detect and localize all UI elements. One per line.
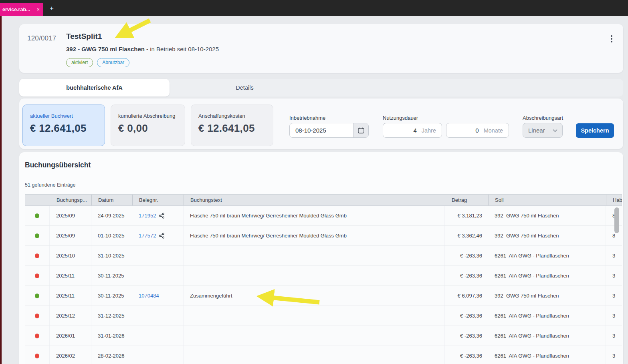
table-scrollbar-thumb[interactable] bbox=[614, 207, 619, 233]
document-number-cell bbox=[132, 346, 184, 364]
column-header-status[interactable] bbox=[25, 195, 50, 205]
table-row[interactable]: 2026/0131-01-2026€ -263,366261 AfA GWG -… bbox=[25, 326, 622, 346]
debit-account-cell: 392 GWG 750 ml Flaschen bbox=[488, 226, 606, 245]
asset-header-card: 120/0017 TestSplit1 392 - GWG 750 ml Fla… bbox=[19, 24, 623, 73]
commissioning-label: Inbetriebnahme bbox=[289, 115, 325, 121]
metric-accumulated-depreciation: kumulierte Abschreibung € 0,00 bbox=[111, 105, 185, 146]
browser-tab-active[interactable]: ervice.rab... × bbox=[0, 3, 43, 16]
booking-period-cell: 2026/02 bbox=[50, 346, 91, 364]
booking-date-cell: 24-09-2025 bbox=[91, 206, 132, 225]
credit-account-cell: 8 bbox=[606, 226, 622, 245]
tab-buchhalterische-afa[interactable]: buchhalterische AfA bbox=[19, 79, 170, 97]
column-header-amount[interactable]: Betrag bbox=[445, 195, 489, 205]
column-header-docno[interactable]: Belegnr. bbox=[133, 195, 184, 205]
booking-date-cell: 31-01-2026 bbox=[91, 326, 132, 346]
status-dot-green bbox=[35, 213, 39, 218]
metric-label: Anschaffungskosten bbox=[198, 113, 266, 119]
bookings-title: Buchungsübersicht bbox=[25, 161, 91, 169]
credit-account-cell: 3 bbox=[606, 266, 622, 286]
metric-value: € 0,00 bbox=[118, 122, 178, 135]
metric-label: aktueller Buchwert bbox=[30, 113, 97, 119]
asset-subtitle-account: 392 - GWG 750 ml Flaschen - bbox=[66, 46, 148, 52]
debit-account-cell: 6261 AfA GWG - Pfandflaschen bbox=[488, 346, 606, 364]
status-dot-green bbox=[35, 233, 39, 238]
column-header-date[interactable]: Datum bbox=[92, 195, 133, 205]
status-cell bbox=[25, 246, 50, 265]
table-row[interactable]: 2025/1130-11-2025€ -263,366261 AfA GWG -… bbox=[25, 266, 622, 286]
booking-text-cell bbox=[184, 326, 445, 346]
metric-value: € 12.641,05 bbox=[198, 122, 266, 135]
booking-text-cell bbox=[184, 266, 445, 286]
tab-details[interactable]: Details bbox=[170, 79, 320, 97]
debit-account-cell: 6261 AfA GWG - Pfandflaschen bbox=[488, 246, 606, 265]
status-badge-depreciable: Abnutzbar bbox=[97, 58, 129, 67]
useful-life-years-field[interactable]: 4 Jahre bbox=[383, 123, 442, 138]
table-row[interactable]: 2025/1130-11-20251070484Zusammengeführt€… bbox=[25, 286, 622, 306]
table-body: 2025/0924-09-2025171952Flasche 750 ml br… bbox=[25, 206, 622, 364]
tab-close-icon[interactable]: × bbox=[36, 6, 40, 12]
depreciation-type-select[interactable]: Linear bbox=[523, 123, 563, 138]
amount-cell: € -263,36 bbox=[445, 306, 488, 326]
booking-text-cell bbox=[184, 246, 445, 265]
column-header-text[interactable]: Buchungstext bbox=[184, 195, 445, 205]
share-icon[interactable] bbox=[159, 213, 165, 219]
booking-text-cell: Flasche 750 ml braun Mehrweg/ Gerresheim… bbox=[184, 226, 445, 245]
document-number-cell bbox=[132, 306, 184, 326]
status-cell bbox=[25, 286, 50, 306]
save-button[interactable]: Speichern bbox=[576, 123, 614, 138]
years-suffix: Jahre bbox=[417, 127, 442, 134]
table-row[interactable]: 2025/1231-12-2025€ -263,366261 AfA GWG -… bbox=[25, 306, 622, 326]
calendar-icon[interactable] bbox=[353, 123, 368, 137]
chevron-down-icon bbox=[553, 129, 562, 132]
column-header-period[interactable]: Buchungsp... bbox=[50, 195, 92, 205]
view-tabs: buchhalterische AfA Details bbox=[19, 79, 623, 97]
kebab-menu-icon[interactable] bbox=[608, 34, 615, 44]
table-header-row: Buchungsp... Datum Belegnr. Buchungstext… bbox=[25, 194, 622, 206]
amount-cell: € 3.181,23 bbox=[445, 206, 488, 225]
table-row[interactable]: 2026/0228-02-2026€ -263,366261 AfA GWG -… bbox=[25, 346, 622, 364]
status-dot-red bbox=[35, 354, 39, 358]
booking-date-cell: 28-02-2026 bbox=[91, 346, 132, 364]
booking-period-cell: 2025/09 bbox=[50, 206, 91, 225]
metric-acquisition-cost: Anschaffungskosten € 12.641,05 bbox=[191, 105, 273, 146]
header-divider bbox=[62, 31, 62, 67]
credit-account-cell: 3 bbox=[606, 326, 622, 346]
amount-cell: € -263,36 bbox=[445, 346, 488, 364]
credit-account-cell: 3 bbox=[606, 346, 622, 364]
column-header-debit[interactable]: Soll bbox=[489, 195, 606, 205]
status-cell bbox=[25, 266, 50, 286]
status-cell bbox=[25, 346, 50, 364]
booking-text-cell: Zusammengeführt bbox=[184, 286, 445, 306]
column-header-credit[interactable]: Hab bbox=[606, 195, 622, 205]
booking-period-cell: 2026/01 bbox=[50, 326, 91, 346]
credit-account-cell: 8 bbox=[606, 206, 622, 225]
new-tab-icon[interactable]: + bbox=[47, 4, 57, 13]
useful-life-months-field[interactable]: 0 Monate bbox=[446, 123, 509, 138]
metric-label: kumulierte Abschreibung bbox=[118, 113, 178, 119]
credit-account-cell: 3 bbox=[606, 306, 622, 326]
depreciation-type-label: Abschreibungsart bbox=[523, 115, 563, 121]
share-icon[interactable] bbox=[159, 233, 165, 239]
table-row[interactable]: 2025/0901-10-2025177572Flasche 750 ml br… bbox=[25, 226, 622, 246]
booking-period-cell: 2025/11 bbox=[50, 266, 91, 286]
credit-account-cell: 3 bbox=[606, 246, 622, 265]
metric-value: € 12.641,05 bbox=[30, 122, 97, 135]
table-row[interactable]: 2025/1031-10-2025€ -263,366261 AfA GWG -… bbox=[25, 246, 622, 266]
document-number-link[interactable]: 1070484 bbox=[139, 293, 159, 299]
table-row[interactable]: 2025/0924-09-2025171952Flasche 750 ml br… bbox=[25, 206, 622, 226]
asset-title: TestSplit1 bbox=[66, 32, 102, 41]
bookings-card: Buchungsübersicht 51 gefundene Einträge … bbox=[19, 152, 623, 364]
useful-life-label: Nutzungsdauer bbox=[383, 115, 418, 121]
booking-date-cell: 01-10-2025 bbox=[91, 226, 132, 245]
booking-text-cell bbox=[184, 306, 445, 326]
asset-number: 120/0017 bbox=[27, 34, 57, 42]
commissioning-date-field[interactable]: 08-10-2025 bbox=[289, 123, 369, 138]
document-number-link[interactable]: 177572 bbox=[139, 233, 156, 239]
left-edge-strip bbox=[0, 16, 2, 364]
document-number-cell bbox=[132, 326, 184, 346]
document-number-link[interactable]: 171952 bbox=[139, 213, 156, 219]
debit-account-cell: 6261 AfA GWG - Pfandflaschen bbox=[488, 306, 606, 326]
status-badge-active: aktiviert bbox=[66, 58, 93, 67]
booking-date-cell: 31-12-2025 bbox=[91, 306, 132, 326]
document-number-cell: 1070484 bbox=[132, 286, 184, 306]
